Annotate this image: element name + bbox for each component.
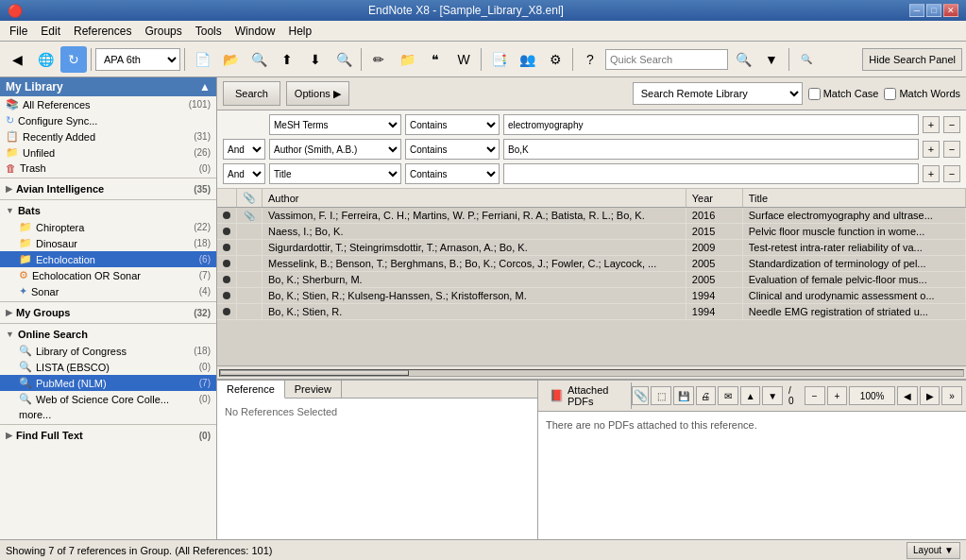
sync-btn[interactable]: ↻: [60, 46, 87, 73]
quick-search-input[interactable]: [605, 49, 728, 70]
sidebar-item-all-references[interactable]: 📚 All References (101): [0, 96, 216, 112]
new-ref-btn[interactable]: 📄: [189, 46, 215, 73]
sidebar-item-chiroptera[interactable]: 📁 Chiroptera (22): [0, 219, 216, 235]
field-select-3[interactable]: Title: [269, 163, 401, 184]
pdf-save-btn[interactable]: 💾: [673, 386, 694, 405]
import-btn[interactable]: 🔍: [330, 46, 357, 73]
comparator-select-1[interactable]: Contains: [405, 114, 500, 135]
remote-library-dropdown[interactable]: Search Remote Library: [633, 82, 803, 105]
sidebar-item-recently-added[interactable]: 📋 Recently Added (31): [0, 128, 216, 144]
comparator-select-2[interactable]: Contains: [405, 139, 500, 160]
pdf-down-btn[interactable]: ▼: [762, 386, 783, 405]
sidebar-item-dinosaur[interactable]: 📁 Dinosaur (18): [0, 235, 216, 251]
sidebar-item-more[interactable]: more...: [0, 407, 216, 422]
help-btn[interactable]: ?: [577, 46, 603, 73]
search-value-3[interactable]: [503, 163, 919, 184]
sidebar-item-loc[interactable]: 🔍 Library of Congress (18): [0, 343, 216, 359]
pdf-zoom-in-btn[interactable]: +: [827, 386, 848, 405]
sidebar-group-find-full-text[interactable]: ▶ Find Full Text (0): [0, 427, 216, 444]
remove-row-btn-1[interactable]: −: [943, 116, 960, 133]
pdf-open-btn[interactable]: ⬚: [651, 386, 671, 405]
attach-file-btn[interactable]: 📎: [632, 386, 650, 405]
add-row-btn-3[interactable]: +: [923, 165, 940, 182]
quick-search-btn[interactable]: 🔍: [730, 46, 756, 73]
pdf-zoom-select[interactable]: 100%: [849, 386, 895, 405]
tab-reference[interactable]: Reference: [217, 381, 285, 399]
table-row[interactable]: Messelink, B.; Benson, T.; Berghmans, B.…: [217, 256, 966, 272]
pdf-print-btn[interactable]: 🖨: [696, 386, 717, 405]
layout-button[interactable]: Layout ▼: [907, 542, 960, 559]
menu-help[interactable]: Help: [282, 22, 317, 41]
restore-btn[interactable]: □: [926, 4, 941, 17]
remove-row-btn-2[interactable]: −: [943, 141, 960, 158]
settings-btn[interactable]: ⚙: [542, 46, 568, 73]
sidebar-item-lista[interactable]: 🔍 LISTA (EBSCO) (0): [0, 359, 216, 375]
table-row[interactable]: Sigurdardottir, T.; Steingrimsdottir, T.…: [217, 240, 966, 256]
edit-btn[interactable]: ✏: [365, 46, 392, 73]
menu-tools[interactable]: Tools: [190, 22, 228, 41]
table-row[interactable]: Bo, K.; Sherburn, M. 2005 Evaluation of …: [217, 272, 966, 288]
style-dropdown[interactable]: APA 6th: [95, 48, 180, 71]
export-btn[interactable]: ⬇: [302, 46, 329, 73]
search-value-1[interactable]: [503, 114, 919, 135]
sidebar-item-configure-sync[interactable]: ↻ Configure Sync...: [0, 112, 216, 128]
people-btn[interactable]: 👥: [514, 46, 540, 73]
sidebar-item-sonar[interactable]: ✦ Sonar (4): [0, 283, 216, 299]
remove-row-btn-3[interactable]: −: [943, 165, 960, 182]
delete-ref-btn[interactable]: 🔍: [246, 46, 272, 73]
menu-groups[interactable]: Groups: [139, 22, 187, 41]
horizontal-scrollbar[interactable]: [217, 365, 966, 379]
bool-select-3[interactable]: And: [223, 163, 265, 184]
attached-pdfs-tab[interactable]: 📕 Attached PDFs: [542, 382, 632, 409]
add-row-btn-2[interactable]: +: [923, 141, 940, 158]
pdf-btn[interactable]: 📑: [485, 46, 512, 73]
options-button[interactable]: Options ▶: [286, 81, 349, 106]
online-search-btn[interactable]: 🌐: [32, 46, 59, 73]
bool-select-2[interactable]: And: [223, 139, 265, 160]
sidebar-item-echolocation[interactable]: 📁 Echolocation (6): [0, 251, 216, 267]
add-row-btn-1[interactable]: +: [923, 116, 940, 133]
table-row[interactable]: 📎 Vassimon, F. I.; Ferreira, C. H.; Mart…: [217, 208, 966, 224]
search-panel-icon[interactable]: 🔍: [793, 46, 820, 73]
comparator-select-3[interactable]: Contains: [405, 163, 500, 184]
minimize-btn[interactable]: ─: [909, 4, 924, 17]
sidebar-item-trash[interactable]: 🗑 Trash (0): [0, 161, 216, 176]
match-words-checkbox[interactable]: [884, 88, 896, 100]
hide-search-panel-btn[interactable]: Hide Search Panel: [862, 48, 962, 71]
quote-btn[interactable]: ❝: [422, 46, 449, 73]
sidebar-collapse-icon[interactable]: ▲: [199, 80, 211, 93]
sidebar-group-online-search[interactable]: ▼ Online Search: [0, 326, 216, 343]
pdf-more-btn[interactable]: »: [941, 386, 962, 405]
open-ref-btn[interactable]: 📂: [217, 46, 244, 73]
search-down-btn[interactable]: ▼: [758, 46, 785, 73]
table-row[interactable]: Bo, K.; Stien, R. 1994 Needle EMG regist…: [217, 304, 966, 320]
search-button[interactable]: Search: [223, 81, 280, 106]
folder-btn[interactable]: 📁: [394, 46, 420, 73]
pdf-prev-page-btn[interactable]: ◀: [897, 386, 918, 405]
field-select-2[interactable]: Author (Smith, A.B.): [269, 139, 401, 160]
menu-references[interactable]: References: [68, 22, 137, 41]
sidebar-item-echolocation-or-sonar[interactable]: ⚙ Echolocation OR Sonar (7): [0, 267, 216, 283]
scrollbar-track[interactable]: [219, 369, 964, 377]
pdf-next-page-btn[interactable]: ▶: [920, 386, 941, 405]
pdf-up-btn[interactable]: ▲: [740, 386, 761, 405]
find-btn[interactable]: ⬆: [274, 46, 300, 73]
search-value-2[interactable]: [503, 139, 919, 160]
table-row[interactable]: Bo, K.; Stien, R.; Kulseng-Hanssen, S.; …: [217, 288, 966, 304]
menu-edit[interactable]: Edit: [35, 22, 66, 41]
pdf-email-btn[interactable]: ✉: [718, 386, 738, 405]
close-btn[interactable]: ✕: [943, 4, 958, 17]
field-select-1[interactable]: MeSH Terms: [269, 114, 401, 135]
pdf-zoom-out-btn[interactable]: −: [805, 386, 825, 405]
back-btn[interactable]: ◀: [4, 46, 30, 73]
scrollbar-thumb[interactable]: [220, 370, 409, 376]
word-btn[interactable]: W: [450, 46, 477, 73]
sidebar-item-pubmed[interactable]: 🔍 PubMed (NLM) (7): [0, 375, 216, 391]
match-case-checkbox[interactable]: [808, 88, 821, 100]
sidebar-group-my-groups[interactable]: ▶ My Groups (32): [0, 304, 216, 321]
tab-preview[interactable]: Preview: [285, 381, 342, 398]
sidebar-group-avian-intelligence[interactable]: ▶ Avian Intelligence (35): [0, 180, 216, 197]
sidebar-item-web-of-science[interactable]: 🔍 Web of Science Core Colle... (0): [0, 391, 216, 407]
table-row[interactable]: Naess, I.; Bo, K. 2015 Pelvic floor musc…: [217, 224, 966, 240]
sidebar-item-unfiled[interactable]: 📁 Unfiled (26): [0, 144, 216, 161]
